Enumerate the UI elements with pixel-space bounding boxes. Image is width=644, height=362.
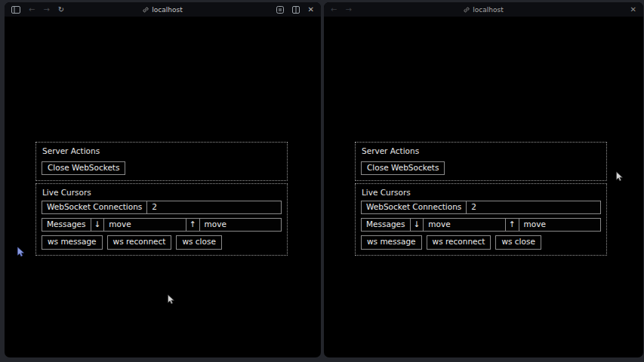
server-actions-panel: Server Actions Close WebSockets [355,142,607,181]
received-message-value: move [519,219,600,231]
back-icon[interactable]: ← [331,6,337,14]
live-cursors-panel: Live Cursors WebSocket Connections 2 Mes… [35,183,288,255]
messages-label: Messages [42,219,91,231]
titlebar-left-controls: ← → ↻ [11,6,64,14]
connections-row: WebSocket Connections 2 [361,201,601,214]
titlebar-right-controls: ← → [331,6,352,14]
page-title: localhost [152,6,182,14]
close-websockets-button[interactable]: Close WebSockets [42,161,125,175]
messages-label: Messages [362,219,411,231]
live-cursors-legend: Live Cursors [362,188,601,197]
forward-icon[interactable]: → [43,6,49,14]
ws-reconnect-button[interactable]: ws reconnect [427,235,491,249]
messages-row: Messages ↓ move ↑ move [361,218,601,232]
messages-row: Messages ↓ move ↑ move [42,218,282,232]
link-icon [143,7,149,13]
sent-message-value: move [424,219,505,231]
connections-value: 2 [147,201,281,213]
connections-label: WebSocket Connections [362,201,467,213]
ws-message-button[interactable]: ws message [361,235,422,249]
ws-reconnect-button[interactable]: ws reconnect [107,235,172,249]
connections-value: 2 [467,201,600,213]
browser-window-left: ← → ↻ localhost ✕ Server Actions Close W… [5,2,321,357]
ws-buttons-row: ws message ws reconnect ws close [42,235,282,249]
close-icon[interactable]: ✕ [308,6,314,14]
received-message-value: move [200,219,281,231]
link-icon [464,7,470,13]
browser-window-right: ← → localhost ✕ Server Actions Close Web… [324,2,643,357]
sidebar-toggle-icon[interactable] [11,6,20,14]
forward-icon[interactable]: → [345,6,351,14]
split-view-icon[interactable] [292,6,300,14]
ws-close-button[interactable]: ws close [495,235,541,249]
page-content: Server Actions Close WebSockets Live Cur… [35,142,288,258]
ws-close-button[interactable]: ws close [176,235,221,249]
titlebar-left: ← → ↻ localhost ✕ [5,2,321,17]
live-cursors-legend: Live Cursors [42,188,282,197]
titlebar-right-window-controls: ✕ [630,6,636,14]
reader-view-icon[interactable] [276,6,284,14]
received-arrow-icon: ↑ [506,219,519,231]
server-actions-legend: Server Actions [362,146,601,155]
close-websockets-button[interactable]: Close WebSockets [361,161,445,175]
received-arrow-icon: ↑ [186,219,200,231]
sent-message-value: move [104,219,186,231]
address-title: localhost [324,2,643,17]
page-content: Server Actions Close WebSockets Live Cur… [355,142,607,258]
connections-row: WebSocket Connections 2 [42,201,282,214]
back-icon[interactable]: ← [29,6,35,14]
ws-buttons-row: ws message ws reconnect ws close [361,235,601,249]
sent-arrow-icon: ↓ [411,219,424,231]
connections-label: WebSocket Connections [42,201,147,213]
page-title: localhost [473,6,503,14]
sent-arrow-icon: ↓ [91,219,105,231]
titlebar-right: ← → localhost ✕ [324,2,643,17]
server-actions-legend: Server Actions [42,146,282,155]
server-actions-panel: Server Actions Close WebSockets [35,142,288,181]
refresh-icon[interactable]: ↻ [58,6,64,14]
ws-message-button[interactable]: ws message [42,235,103,249]
titlebar-left-window-controls: ✕ [276,6,314,14]
close-icon[interactable]: ✕ [630,6,636,14]
live-cursors-panel: Live Cursors WebSocket Connections 2 Mes… [355,183,607,255]
